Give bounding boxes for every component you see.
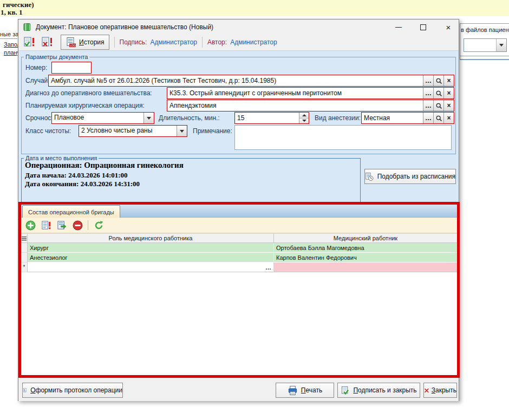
- table-new-row[interactable]: * …: [21, 262, 457, 272]
- duration-spinner: [234, 112, 309, 124]
- cell-ellipsis-button[interactable]: …: [265, 264, 271, 271]
- background-divider: [0, 38, 17, 39]
- maximize-button[interactable]: [415, 21, 430, 33]
- table-row[interactable]: Хирург Ортобаева Бэлла Магомедовна: [21, 243, 457, 253]
- document-book-icon: [23, 23, 31, 31]
- operation-clear-button[interactable]: ×: [443, 100, 454, 111]
- spin-down-button[interactable]: [299, 119, 309, 124]
- row-marker-header[interactable]: [21, 233, 28, 243]
- chevron-down-icon: [499, 44, 504, 47]
- new-worker-cell[interactable]: [274, 262, 457, 272]
- team-table: Роль медицинского работника Медицинский …: [21, 233, 457, 272]
- case-clear-button[interactable]: ×: [443, 75, 454, 86]
- diagnosis-search-button[interactable]: [433, 88, 443, 99]
- ellipsis-icon: …: [425, 89, 432, 97]
- operation-ellipsis-button[interactable]: …: [423, 100, 433, 111]
- list-icon: [22, 236, 27, 241]
- number-label: Номер:: [25, 64, 47, 71]
- column-header-worker[interactable]: Медицинский работник: [274, 233, 457, 243]
- diagnosis-input[interactable]: [167, 88, 423, 99]
- background-tab-fragment: ные за: [0, 31, 18, 37]
- document-cross-icon: [41, 36, 53, 48]
- operation-search-button[interactable]: [433, 100, 443, 111]
- anesthesia-input[interactable]: [362, 113, 423, 123]
- printer-icon: [288, 385, 298, 396]
- anesthesia-clear-button[interactable]: ×: [443, 113, 454, 123]
- column-header-role[interactable]: Роль медицинского работника: [28, 233, 274, 243]
- make-protocol-button[interactable]: Оформить протокол операции: [22, 383, 123, 398]
- spin-up-button[interactable]: [299, 113, 309, 119]
- background-files-combobox[interactable]: [464, 38, 507, 52]
- operating-room-line: Операционная: Опрационная гинекология: [25, 161, 184, 170]
- duration-input[interactable]: [235, 113, 299, 123]
- case-input[interactable]: [49, 75, 423, 86]
- add-row-button[interactable]: [25, 220, 36, 231]
- anesthesia-search-button[interactable]: [433, 113, 443, 123]
- operation-input[interactable]: [167, 100, 423, 111]
- document-arrow-icon: [57, 220, 67, 231]
- team-tabstrip: Состав операционной бригады: [21, 205, 457, 218]
- parameters-group-title: Параметры документа: [24, 54, 89, 60]
- insert-row-button[interactable]: [56, 220, 67, 231]
- signature-label: Подпись:: [120, 38, 147, 46]
- add-plus-icon: [25, 220, 36, 231]
- anesthesia-ellipsis-button[interactable]: …: [423, 113, 433, 123]
- purity-dropdown-button[interactable]: [177, 126, 187, 136]
- close-button[interactable]: Закрыть: [423, 383, 457, 398]
- urgency-dropdown[interactable]: Плановое: [51, 112, 154, 124]
- sign-and-close-button[interactable]: Подписать и закрыть: [337, 383, 420, 398]
- urgency-dropdown-button[interactable]: [143, 113, 154, 123]
- table-row[interactable]: Анестезиолог Карпов Валентин Федорович: [21, 253, 457, 262]
- note-textarea[interactable]: [234, 125, 452, 150]
- operation-lookup-field: … ×: [167, 100, 454, 111]
- delete-row-button[interactable]: [72, 220, 83, 231]
- pick-from-schedule-button[interactable]: Подобрать из расписания: [364, 169, 456, 184]
- purity-class-dropdown[interactable]: 2 Условно чистые раны: [79, 125, 187, 137]
- sign-check-icon: [341, 386, 350, 395]
- clear-x-icon: ×: [447, 77, 451, 84]
- print-button-label: Печать: [301, 386, 322, 394]
- remove-signature-button[interactable]: [40, 35, 54, 49]
- team-toolbar: [21, 218, 457, 233]
- new-role-cell[interactable]: …: [28, 262, 274, 272]
- anesthesia-label: Вид анестезии:: [315, 114, 361, 122]
- case-search-button[interactable]: [433, 75, 443, 86]
- chevron-down-icon: [180, 130, 184, 133]
- close-button-label: Закрыть: [432, 386, 456, 394]
- table-header-row: Роль медицинского работника Медицинский …: [21, 233, 457, 243]
- diagnosis-label: Диагноз до оперативного вмешательства:: [25, 89, 152, 97]
- clear-x-icon: ×: [447, 89, 451, 97]
- purity-class-value: 2 Условно чистые раны: [79, 126, 177, 136]
- minimize-icon: —: [395, 23, 402, 31]
- print-button[interactable]: Печать: [276, 383, 334, 398]
- minimize-button[interactable]: —: [391, 21, 406, 33]
- history-button[interactable]: LOG История: [61, 35, 109, 50]
- document-parameters-panel: Параметры документа Номер: Случай: … × Д…: [18, 50, 459, 202]
- urgency-value: Плановое: [52, 113, 143, 123]
- background-divider-2: [460, 56, 509, 56]
- anesthesia-lookup-field: … ×: [361, 112, 454, 124]
- clear-x-icon: ×: [447, 102, 451, 109]
- diagnosis-clear-button[interactable]: ×: [443, 88, 454, 99]
- close-icon: ×: [446, 23, 451, 31]
- clear-x-icon: ×: [447, 114, 451, 122]
- sign-document-button[interactable]: [22, 35, 36, 49]
- duration-label: Длительность, мин.:: [159, 114, 220, 122]
- worker-cell[interactable]: Карпов Валентин Федорович: [274, 253, 457, 262]
- tab-surgical-team[interactable]: Состав операционной бригады: [22, 205, 120, 218]
- history-log-icon: LOG: [66, 37, 76, 48]
- end-date-line: Дата окончания: 24.03.2026 14:31:00: [25, 180, 140, 188]
- close-window-button[interactable]: ×: [441, 21, 456, 33]
- diagnosis-ellipsis-button[interactable]: …: [423, 88, 433, 99]
- case-ellipsis-button[interactable]: …: [423, 75, 433, 86]
- new-row-marker: *: [21, 262, 28, 272]
- background-combobox-dropdown-button[interactable]: [496, 39, 506, 51]
- role-cell[interactable]: Хирург: [28, 243, 274, 253]
- refresh-button[interactable]: [93, 220, 104, 231]
- edit-row-button[interactable]: [41, 220, 51, 231]
- document-check-icon: [23, 36, 35, 48]
- number-input[interactable]: [51, 62, 92, 74]
- close-x-icon: [424, 386, 429, 395]
- role-cell[interactable]: Анестезиолог: [28, 253, 274, 262]
- worker-cell[interactable]: Ортобаева Бэлла Магомедовна: [274, 243, 457, 253]
